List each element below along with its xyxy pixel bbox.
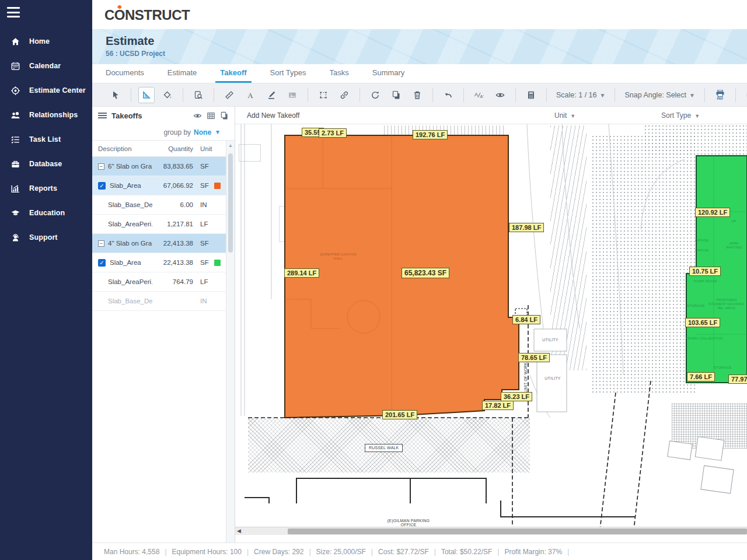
sidebar-item-estimate-center[interactable]: Estimate Center xyxy=(0,78,92,103)
status-metric: Profit Margin: 37% xyxy=(504,548,562,556)
sidebar-item-label: Task List xyxy=(29,135,61,144)
area-takeoff-tool-button[interactable] xyxy=(138,87,155,103)
sidebar-item-relationships[interactable]: Relationships xyxy=(0,103,92,127)
measurement-label[interactable]: 103.65 LF xyxy=(685,318,720,327)
text-tool-button[interactable]: A xyxy=(242,87,259,103)
measurement-label[interactable]: 7.66 LF xyxy=(687,372,715,382)
construct-logo: CONSTRUCT xyxy=(104,7,190,23)
collapse-icon[interactable]: − xyxy=(98,240,104,247)
unit-dropdown[interactable]: Unit▼ xyxy=(554,111,575,120)
takeoff-unit: LF xyxy=(193,278,214,285)
measurement-label[interactable]: 65,823.43 SF xyxy=(402,268,449,278)
sidebar-item-support[interactable]: Support xyxy=(0,225,92,250)
visibility-icon[interactable] xyxy=(193,111,202,120)
grid-view-icon[interactable] xyxy=(207,111,215,120)
print-pdf-button[interactable]: PDF xyxy=(712,86,728,104)
tab-estimate[interactable]: Estimate xyxy=(167,64,197,83)
rotate-button[interactable] xyxy=(367,87,383,103)
sidebar-item-label: Estimate Center xyxy=(29,86,86,94)
tab-summary[interactable]: Summary xyxy=(372,64,405,83)
sidebar-item-label: Reports xyxy=(29,184,57,192)
measurement-label[interactable]: 201.65 LF xyxy=(382,410,417,419)
snap-angle-select[interactable]: Snap Angle: Select▼ xyxy=(624,91,695,99)
group-by-control[interactable]: group by None ▼ xyxy=(92,124,235,141)
row-checkbox[interactable]: ✓ xyxy=(98,182,106,190)
sidebar-item-database[interactable]: Database xyxy=(0,152,92,176)
panel-menu-icon[interactable] xyxy=(98,113,107,118)
sidebar-item-reports[interactable]: Reports xyxy=(0,176,92,201)
takeoff-row[interactable]: ✓Slab_Area22,413.38SF xyxy=(92,253,226,272)
scrollbar-thumb[interactable] xyxy=(228,153,233,253)
measurement-label[interactable]: 120.92 LF xyxy=(695,208,730,217)
measurement-label[interactable]: 36.23 LF xyxy=(501,392,532,401)
panel-scrollbar[interactable]: ▲ xyxy=(226,141,235,542)
measurement-label[interactable]: 192.76 LF xyxy=(413,130,448,139)
takeoff-row[interactable]: Slab_Base_De...6.00IN xyxy=(92,195,226,215)
takeoff-row[interactable]: Slab_AreaPeri...764.79LF xyxy=(92,272,226,292)
color-swatch[interactable] xyxy=(214,260,221,266)
canvas-horizontal-scrollbar[interactable]: ◀ xyxy=(235,527,747,535)
tab-sort-types[interactable]: Sort Types xyxy=(270,64,306,83)
undo-button[interactable] xyxy=(440,87,456,103)
takeoff-unit: IN xyxy=(193,298,214,304)
tab-takeoff[interactable]: Takeoff xyxy=(220,64,246,83)
sidebar-item-calendar[interactable]: Calendar xyxy=(0,54,92,78)
color-swatch[interactable] xyxy=(214,183,221,189)
takeoff-unit: SF xyxy=(193,240,214,247)
visibility-button[interactable] xyxy=(492,87,508,103)
takeoff-row[interactable]: Slab_Base_De...IN xyxy=(92,292,226,311)
svg-text:A': A' xyxy=(480,94,483,99)
sidebar-item-task-list[interactable]: Task List xyxy=(0,127,92,152)
measurement-label[interactable]: 289.14 LF xyxy=(284,268,319,278)
hscrollbar-thumb[interactable] xyxy=(288,528,747,534)
plan-annotation-text: UP xyxy=(731,219,736,223)
plan-annotation-text: STORAGE xyxy=(714,366,732,370)
measurement-label[interactable]: 6.84 LF xyxy=(512,315,540,324)
measurement-label[interactable]: 2.73 LF xyxy=(319,128,347,138)
copy-button[interactable] xyxy=(388,87,404,103)
sidebar-item-home[interactable]: Home xyxy=(0,29,92,54)
takeoff-row[interactable]: −4" Slab on Gra...22,413.38SF xyxy=(92,234,226,253)
measurement-label[interactable]: 17.82 LF xyxy=(482,401,514,410)
measure-tool-button[interactable] xyxy=(221,87,238,103)
sidebar-item-education[interactable]: Education xyxy=(0,201,92,225)
link-button[interactable] xyxy=(336,87,352,103)
takeoff-unit: IN xyxy=(193,201,214,208)
takeoff-row[interactable]: ✓Slab_Area67,066.92SF xyxy=(92,176,226,195)
row-checkbox[interactable]: ✓ xyxy=(98,259,106,267)
duplicate-icon[interactable] xyxy=(220,111,229,120)
plan-annotation-text: RUSSEL WALK xyxy=(365,444,403,452)
calculator-button[interactable] xyxy=(523,87,539,103)
sidebar-item-label: Support xyxy=(29,233,58,242)
tab-documents[interactable]: Documents xyxy=(106,64,144,83)
add-new-takeoff-button[interactable]: Add New Takeoff xyxy=(247,111,299,120)
measurement-label[interactable]: 10.75 LF xyxy=(689,267,721,276)
fill-bucket-tool-button[interactable] xyxy=(159,87,176,103)
column-unit[interactable]: Unit xyxy=(193,145,214,152)
takeoff-row[interactable]: −6" Slab on Gra...83,833.65SF xyxy=(92,157,226,176)
column-quantity[interactable]: Quantity xyxy=(152,145,193,152)
sort-type-dropdown[interactable]: Sort Type▼ xyxy=(661,111,700,120)
column-description[interactable]: Description xyxy=(98,145,152,152)
scroll-left-arrow[interactable]: ◀ xyxy=(237,528,241,534)
svg-text:A: A xyxy=(247,90,253,99)
scroll-up-arrow[interactable]: ▲ xyxy=(226,141,235,148)
menu-icon[interactable] xyxy=(7,7,20,18)
measurement-label[interactable]: 187.98 LF xyxy=(509,223,544,232)
floor-plan-viewport[interactable]: (E)PEPPER CANYON HALLUTILITYUTILITYLIMIT… xyxy=(235,124,747,535)
pointer-tool-button[interactable] xyxy=(107,87,124,103)
document-search-button[interactable] xyxy=(190,87,207,103)
collapse-icon[interactable]: − xyxy=(98,163,104,170)
measurement-label[interactable]: 77.97 LF xyxy=(728,374,747,384)
takeoff-row[interactable]: Slab_AreaPeri...1,217.81LF xyxy=(92,215,226,234)
annotation-image-button[interactable] xyxy=(284,87,301,103)
logo-text: C xyxy=(104,7,114,23)
plan-annotation-text: (E)GILMAN PARKING OFFICE xyxy=(374,519,444,527)
lasso-select-button[interactable] xyxy=(315,87,331,103)
tab-tasks[interactable]: Tasks xyxy=(330,64,349,83)
marker-tool-button[interactable] xyxy=(263,87,280,103)
scale-select[interactable]: Scale: 1 / 16▼ xyxy=(556,91,605,99)
font-size-button[interactable]: AA' xyxy=(471,87,487,103)
delete-button[interactable] xyxy=(409,87,425,103)
measurement-label[interactable]: 78.65 LF xyxy=(518,353,550,362)
